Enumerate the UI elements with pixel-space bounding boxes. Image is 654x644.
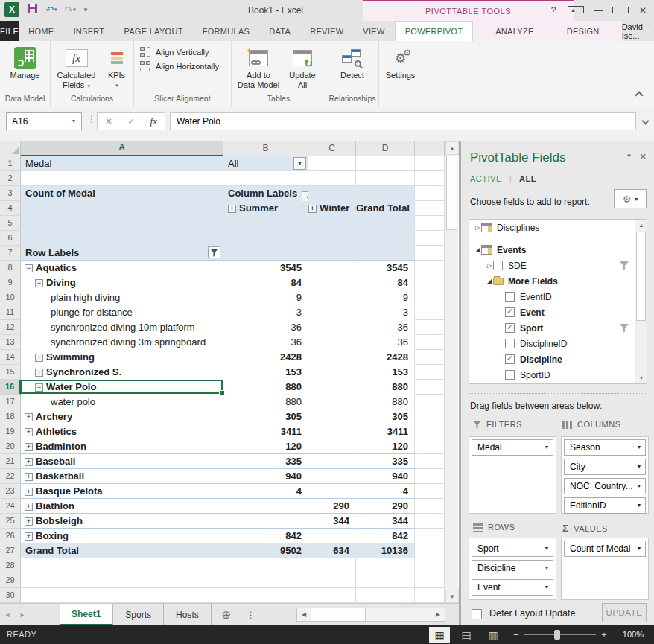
cell[interactable] [415, 201, 445, 216]
insert-function-icon[interactable]: fx [150, 115, 157, 127]
column-group-winter-cell[interactable]: +Winter [308, 201, 356, 216]
sheet-tab-hosts[interactable]: Hosts [164, 604, 212, 625]
pivot-value-cell[interactable]: 940 [356, 469, 415, 484]
pivot-row-label-badminton[interactable]: +Badminton [21, 439, 223, 454]
field-item-eventid[interactable]: EventID [469, 289, 647, 305]
pivot-value-cell[interactable] [308, 365, 356, 380]
pivot-value-cell[interactable] [308, 439, 356, 454]
pivot-value-cell[interactable] [308, 275, 356, 290]
save-icon[interactable] [27, 3, 38, 16]
horizontal-scrollbar[interactable]: ◀ ▶ [296, 608, 445, 622]
sheet-nav-right-icon[interactable]: ▸ [15, 604, 30, 625]
filters-area-box[interactable]: Medal▾ [469, 436, 556, 514]
cell[interactable] [415, 305, 445, 320]
cell[interactable] [415, 573, 445, 588]
pivot-row-label-bobsleigh[interactable]: +Bobsleigh [21, 514, 223, 529]
pivot-row-label-basketball[interactable]: +Basketball [21, 469, 223, 484]
filter-dropdown-icon[interactable]: ▾ [293, 157, 306, 170]
expand-formula-bar-icon[interactable] [642, 118, 650, 125]
pane-close-icon[interactable]: ✕ [640, 152, 647, 162]
field-checkbox[interactable] [505, 339, 515, 348]
field-item-events[interactable]: ◢Events [469, 242, 647, 258]
expand-toggle-icon[interactable]: + [25, 473, 33, 481]
add-to-data-model-button[interactable]: ✦ Add to Data Model [235, 44, 282, 90]
row-header-19[interactable]: 19 [0, 424, 21, 439]
tab-data[interactable]: DATA [259, 21, 300, 41]
scroll-thumb[interactable] [636, 232, 646, 321]
collapse-toggle-icon[interactable]: − [25, 264, 33, 272]
pivot-row-label-synchronized-diving-3m-springboard[interactable]: synchronized diving 3m springboard [21, 335, 223, 350]
ribbon-display-options-icon[interactable]: ▲ [568, 5, 584, 16]
pivot-value-cell[interactable]: 335 [223, 454, 308, 469]
row-header-13[interactable]: 13 [0, 335, 21, 350]
field-item-disciplineid[interactable]: DisciplineID [469, 336, 647, 351]
cell[interactable] [356, 216, 415, 231]
pivot-value-cell[interactable]: 10136 [356, 543, 415, 558]
rows-area-box[interactable]: Sport▾Discipline▾Event▾ [469, 538, 556, 600]
help-icon[interactable]: ? [545, 5, 562, 16]
redo-icon[interactable]: ↷▾ [64, 4, 75, 16]
pivot-value-cell[interactable]: 84 [356, 275, 415, 290]
pivot-row-label-diving[interactable]: −Diving [21, 275, 223, 290]
tab-page-layout[interactable]: PAGE LAYOUT [114, 21, 192, 41]
pivot-value-cell[interactable]: 305 [223, 409, 308, 424]
pivot-value-cell[interactable]: 9 [223, 290, 308, 305]
cell[interactable] [415, 365, 445, 380]
pivot-count-label-cell[interactable]: Count of Medal [21, 186, 223, 201]
row-header-6[interactable]: 6 [0, 231, 21, 246]
pivot-row-label-synchronized-s-[interactable]: +Synchronized S. [21, 365, 223, 380]
row-header-23[interactable]: 23 [0, 484, 21, 499]
pivot-value-cell[interactable] [308, 529, 356, 543]
pivot-value-cell[interactable] [308, 290, 356, 305]
cell[interactable] [415, 275, 445, 290]
column-header-D[interactable]: D [356, 141, 415, 156]
normal-view-icon[interactable]: ▦ [429, 627, 450, 643]
column-group-summer-cell[interactable]: +Summer [223, 201, 308, 216]
pivot-value-cell[interactable] [308, 380, 356, 395]
row-header-12[interactable]: 12 [0, 320, 21, 335]
cell[interactable] [21, 231, 223, 246]
column-header-B[interactable]: B [223, 141, 308, 156]
collapse-toggle-icon[interactable]: − [35, 383, 43, 392]
cell[interactable] [415, 171, 445, 186]
pivot-value-cell[interactable] [308, 409, 356, 424]
sheet-nav-left-icon[interactable]: ◂ [0, 604, 15, 625]
cell[interactable] [21, 573, 223, 588]
cell[interactable] [223, 216, 308, 231]
expanded-arrow-icon[interactable]: ◢ [486, 278, 493, 284]
collapsed-arrow-icon[interactable]: ▷ [486, 262, 493, 269]
cell[interactable] [415, 469, 445, 484]
cell[interactable] [21, 588, 223, 603]
minimize-icon[interactable]: — [590, 5, 606, 16]
pivot-filter-value-cell[interactable]: All▾ [223, 156, 308, 171]
pivot-value-cell[interactable]: 4 [356, 484, 415, 499]
field-item-event[interactable]: Event [469, 305, 647, 320]
row-header-7[interactable]: 7 [0, 246, 21, 261]
chip-dropdown-icon[interactable]: ▾ [545, 561, 548, 576]
zoom-slider[interactable] [524, 634, 596, 635]
sheet-tab-options-icon[interactable]: ⋮ [241, 604, 261, 625]
pivot-value-cell[interactable]: 3 [356, 305, 415, 320]
row-header-8[interactable]: 8 [0, 261, 21, 275]
pivot-value-cell[interactable] [308, 261, 356, 275]
tab-home[interactable]: HOME [19, 21, 63, 41]
row-header-14[interactable]: 14 [0, 350, 21, 365]
close-icon[interactable]: ✕ [635, 5, 651, 16]
chip-dropdown-icon[interactable]: ▾ [638, 479, 641, 494]
area-chip-medal[interactable]: Medal▾ [472, 439, 553, 456]
chip-dropdown-icon[interactable]: ▾ [545, 541, 548, 556]
expand-toggle-icon[interactable]: + [35, 354, 43, 362]
row-header-28[interactable]: 28 [0, 558, 21, 573]
cell[interactable] [356, 156, 415, 171]
collapse-toggle-icon[interactable]: − [35, 279, 43, 287]
row-header-20[interactable]: 20 [0, 439, 21, 454]
area-chip-count-of-medal[interactable]: Count of Medal▾ [564, 541, 646, 557]
pivot-value-cell[interactable]: 2428 [223, 350, 308, 365]
grand-total-column-cell[interactable]: Grand Total [356, 201, 415, 216]
row-header-30[interactable]: 30 [0, 588, 21, 603]
settings-button[interactable]: ⚙⚙ Settings [379, 44, 422, 80]
row-header-17[interactable]: 17 [0, 395, 21, 409]
pivot-value-cell[interactable]: 3545 [356, 261, 415, 275]
tab-review[interactable]: REVIEW [300, 21, 353, 41]
pivot-row-label-archery[interactable]: +Archery [21, 409, 223, 424]
